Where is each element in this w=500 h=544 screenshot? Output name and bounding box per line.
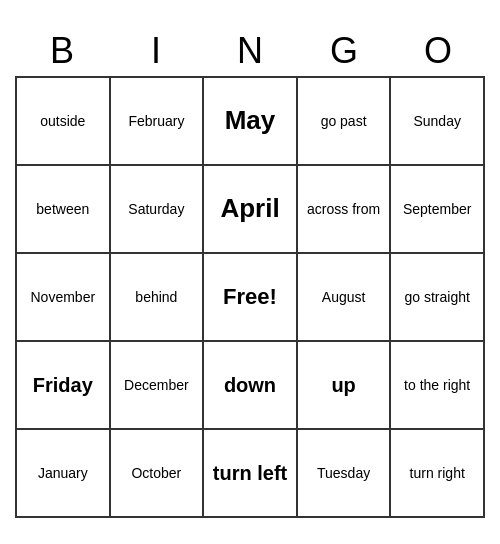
bingo-cell: go straight bbox=[391, 254, 485, 342]
bingo-cell: outside bbox=[17, 78, 111, 166]
header-letter: B bbox=[15, 26, 109, 76]
bingo-header: BINGO bbox=[15, 26, 485, 76]
header-letter: I bbox=[109, 26, 203, 76]
bingo-cell: turn right bbox=[391, 430, 485, 518]
bingo-cell: October bbox=[111, 430, 205, 518]
bingo-cell: up bbox=[298, 342, 392, 430]
bingo-cell: across from bbox=[298, 166, 392, 254]
header-letter: O bbox=[391, 26, 485, 76]
bingo-cell: April bbox=[204, 166, 298, 254]
bingo-cell: Tuesday bbox=[298, 430, 392, 518]
bingo-cell: turn left bbox=[204, 430, 298, 518]
header-letter: G bbox=[297, 26, 391, 76]
bingo-cell: Saturday bbox=[111, 166, 205, 254]
bingo-cell: November bbox=[17, 254, 111, 342]
bingo-grid: outsideFebruaryMaygo pastSundaybetweenSa… bbox=[15, 76, 485, 518]
bingo-cell: behind bbox=[111, 254, 205, 342]
bingo-cell: August bbox=[298, 254, 392, 342]
bingo-cell: May bbox=[204, 78, 298, 166]
bingo-cell: between bbox=[17, 166, 111, 254]
bingo-cell: December bbox=[111, 342, 205, 430]
bingo-cell: Free! bbox=[204, 254, 298, 342]
header-letter: N bbox=[203, 26, 297, 76]
bingo-cell: January bbox=[17, 430, 111, 518]
bingo-cell: go past bbox=[298, 78, 392, 166]
bingo-cell: February bbox=[111, 78, 205, 166]
bingo-cell: Friday bbox=[17, 342, 111, 430]
bingo-card: BINGO outsideFebruaryMaygo pastSundaybet… bbox=[15, 26, 485, 518]
bingo-cell: down bbox=[204, 342, 298, 430]
bingo-cell: Sunday bbox=[391, 78, 485, 166]
bingo-cell: to the right bbox=[391, 342, 485, 430]
bingo-cell: September bbox=[391, 166, 485, 254]
